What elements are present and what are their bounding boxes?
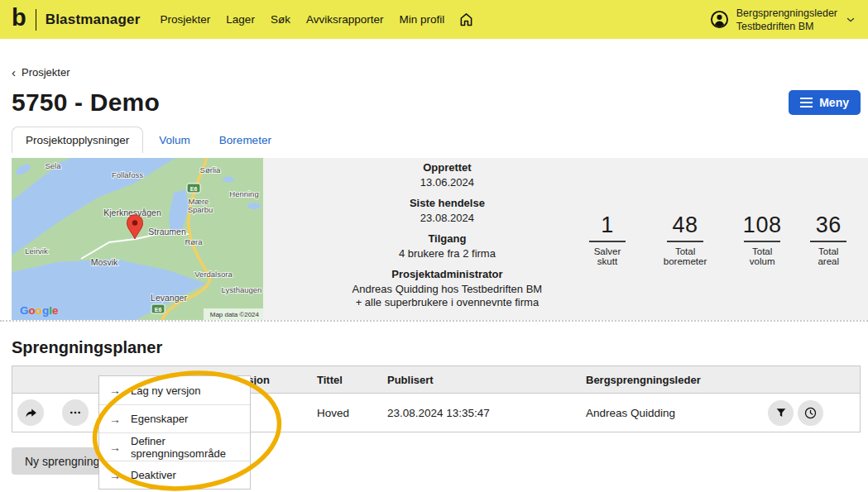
- main-nav: Prosjekter Lager Søk Avviksrapporter Min…: [161, 13, 445, 26]
- context-menu: → Lag ny versjon → Egenskaper → Definer …: [98, 375, 251, 490]
- breadcrumb-label: Prosjekter: [22, 66, 70, 79]
- field-value-line2: + alle superbrukere i ovennevnte firma: [356, 296, 539, 308]
- field-value: Andreas Quidding hos Testbedriften BM: [352, 283, 543, 295]
- tab-boremeter[interactable]: Boremeter: [219, 134, 271, 146]
- cell-publisert: 23.08.2024 13:35:47: [387, 407, 586, 419]
- filter-button[interactable]: [768, 400, 794, 426]
- menu-item-lag-ny-versjon[interactable]: → Lag ny versjon: [99, 376, 250, 404]
- stat-value: 108: [739, 213, 786, 238]
- google-logo[interactable]: Google: [20, 304, 59, 317]
- project-details: Opprettet 13.06.2024 Siste hendelse 23.0…: [311, 161, 583, 317]
- map-label: Leirvik: [25, 246, 48, 256]
- arrow-right-icon: →: [109, 441, 121, 454]
- tab-volum[interactable]: Volum: [159, 134, 190, 146]
- user-menu[interactable]: Bergsprengningsleder Testbedriften BM: [710, 7, 856, 33]
- hamburger-icon: [800, 98, 813, 107]
- user-company: Testbedriften BM: [736, 20, 837, 33]
- more-options-button[interactable]: [62, 399, 89, 426]
- user-info: Bergsprengningsleder Testbedriften BM: [736, 7, 837, 33]
- google-letter: g: [42, 304, 49, 317]
- share-icon: [24, 406, 38, 420]
- blastmanager-logo-icon[interactable]: b: [12, 6, 26, 30]
- stat-underline: [589, 241, 626, 242]
- cell-tittel: Hoved: [317, 407, 387, 419]
- project-stats: 1 Salver skutt 48 Total boremeter 108 To…: [583, 213, 850, 266]
- field-value: 4 brukere fra 2 firma: [399, 247, 496, 260]
- stat-salver-skutt: 1 Salver skutt: [583, 213, 631, 266]
- project-map[interactable]: Sela Follafoss Sørlia Henning Mære Sparb…: [12, 158, 263, 320]
- arrow-right-icon: →: [109, 469, 121, 482]
- field-label: Siste hendelse: [311, 197, 583, 210]
- home-icon[interactable]: [458, 11, 475, 28]
- meny-button[interactable]: Meny: [789, 90, 861, 115]
- field-label: Prosjektadministrator: [311, 268, 583, 281]
- row-actions-cell: [768, 400, 861, 426]
- menu-item-label: Egenskaper: [131, 413, 188, 425]
- map-label: Mosvik: [91, 257, 118, 267]
- tab-prosjektopplysninger[interactable]: Prosjektopplysninger: [12, 127, 143, 153]
- arrow-right-icon: →: [109, 384, 121, 397]
- map-label: Straumen: [148, 227, 186, 236]
- map-label: Røra: [185, 237, 203, 246]
- tab-bar: Prosjektopplysninger Volum Boremeter: [12, 127, 868, 153]
- map-label: Lysthaugen: [222, 285, 262, 294]
- stat-label: Total boremeter: [653, 246, 717, 266]
- clock-icon: [803, 406, 818, 420]
- menu-item-label: Deaktiver: [131, 469, 176, 481]
- field-prosjektadministrator: Prosjektadministrator Andreas Quidding h…: [311, 268, 583, 309]
- field-siste-hendelse: Siste hendelse 23.08.2024: [311, 197, 583, 225]
- map-label: Verdalsora: [194, 270, 233, 279]
- nav-sok[interactable]: Søk: [271, 13, 290, 26]
- field-label: Tilgang: [311, 232, 583, 246]
- stat-total-boremeter: 48 Total boremeter: [653, 213, 717, 266]
- map-label: Follafoss: [112, 170, 143, 179]
- ellipsis-icon: [69, 406, 82, 419]
- section-title: Sprengningsplaner: [12, 338, 868, 357]
- user-role: Bergsprengningsleder: [736, 7, 837, 20]
- map-label: Sparbu: [188, 205, 213, 214]
- menu-item-label: Definer sprengningsområde: [131, 435, 240, 460]
- title-row: 5750 - Demo Meny: [12, 88, 861, 117]
- chevron-down-icon[interactable]: [845, 14, 856, 26]
- field-opprettet: Opprettet 13.06.2024: [311, 161, 583, 189]
- logo-divider: [36, 9, 36, 31]
- nav-prosjekter[interactable]: Prosjekter: [161, 13, 211, 26]
- map-svg: Sela Follafoss Sørlia Henning Mære Sparb…: [12, 158, 263, 320]
- google-letter: o: [36, 304, 42, 317]
- menu-item-egenskaper[interactable]: → Egenskaper: [99, 404, 250, 432]
- stat-label: Total volum: [739, 246, 786, 266]
- google-letter: e: [52, 304, 59, 317]
- stat-underline: [810, 241, 846, 242]
- column-tittel: Tittel: [317, 374, 387, 386]
- cell-bergsprengningsleder: Andreas Quidding: [586, 407, 768, 419]
- nav-lager[interactable]: Lager: [226, 13, 255, 26]
- stat-value: 1: [583, 213, 631, 238]
- menu-item-deaktiver[interactable]: → Deaktiver: [99, 461, 250, 489]
- breadcrumb[interactable]: ‹ Prosjekter: [12, 66, 70, 79]
- google-letter: G: [20, 304, 29, 317]
- blastmanager-page: b Blastmanager Prosjekter Lager Søk Avvi…: [0, 0, 868, 492]
- map-attribution: Map data ©2024: [210, 311, 260, 318]
- column-publisert: Publisert: [387, 374, 586, 386]
- map-label: Sørlia: [200, 165, 222, 174]
- nav-min-profil[interactable]: Min profil: [399, 13, 444, 26]
- map-label: Levanger: [151, 293, 187, 303]
- page-title: 5750 - Demo: [12, 88, 160, 117]
- stat-value: 48: [653, 213, 717, 238]
- chevron-left-icon: ‹: [12, 68, 16, 78]
- column-bergsprengningsleder: Bergsprengningsleder: [586, 374, 768, 386]
- brand-name[interactable]: Blastmanager: [46, 12, 141, 28]
- stat-label: Salver skutt: [583, 246, 631, 266]
- meny-button-label: Meny: [819, 96, 849, 109]
- share-button[interactable]: [17, 399, 44, 426]
- field-label: Opprettet: [311, 161, 583, 174]
- menu-item-label: Lag ny versjon: [131, 385, 201, 397]
- menu-item-definer-sprengningsomrade[interactable]: → Definer sprengningsområde: [99, 432, 250, 461]
- map-label: Sela: [45, 161, 61, 170]
- field-tilgang: Tilgang 4 brukere fra 2 firma: [311, 232, 583, 260]
- filter-icon: [774, 406, 788, 419]
- topbar: b Blastmanager Prosjekter Lager Søk Avvi…: [0, 0, 868, 39]
- avatar-icon: [710, 10, 729, 29]
- history-button[interactable]: [798, 400, 823, 426]
- nav-avviksrapporter[interactable]: Avviksrapporter: [306, 13, 384, 26]
